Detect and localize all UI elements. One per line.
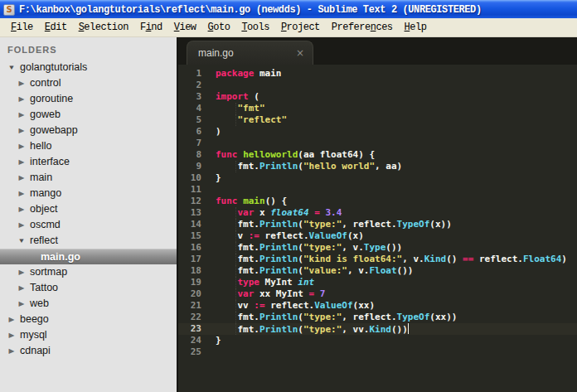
- triangle-down-icon[interactable]: ▼: [17, 234, 27, 248]
- code-line-25[interactable]: 25: [178, 346, 577, 358]
- text-cursor: [408, 323, 410, 334]
- menu-file[interactable]: File: [5, 18, 39, 36]
- code-line-20[interactable]: 20 var xx MyInt = 7: [178, 288, 577, 300]
- folder-item-main[interactable]: ▶main: [0, 170, 177, 186]
- code-line-12[interactable]: 12func main() {: [178, 196, 577, 207]
- line-number: 20: [178, 288, 201, 300]
- code-line-18[interactable]: 18 fmt.Println("value:", v.Float()): [178, 265, 577, 277]
- tree-item-label: control: [30, 75, 61, 91]
- line-number: 1: [178, 68, 201, 80]
- tree-item-label: hello: [30, 138, 51, 154]
- title-bar[interactable]: S F:\kanbox\golangtutorials\reflect\main…: [0, 0, 577, 18]
- code-line-1[interactable]: 1package main: [178, 68, 577, 80]
- triangle-right-icon[interactable]: ▶: [7, 328, 17, 342]
- triangle-right-icon[interactable]: ▶: [17, 155, 27, 169]
- line-number: 21: [178, 300, 201, 312]
- triangle-right-icon[interactable]: ▶: [17, 281, 27, 295]
- menu-preferences[interactable]: Preferences: [326, 18, 399, 36]
- tree-item-label: sortmap: [30, 264, 67, 280]
- code-line-3[interactable]: 3import (: [178, 91, 577, 103]
- indent-guide: [235, 230, 236, 242]
- code-line-24[interactable]: 24}: [178, 335, 577, 346]
- code-line-7[interactable]: 7: [178, 138, 577, 149]
- code-line-13[interactable]: 13 var x float64 = 3.4: [178, 207, 577, 219]
- folder-item-gowebapp[interactable]: ▶gowebapp: [0, 123, 177, 138]
- line-number: 24: [178, 335, 201, 346]
- folder-item-goweb[interactable]: ▶goweb: [0, 107, 177, 123]
- code-area[interactable]: 1package main23import (4 "fmt"5 "reflect…: [178, 65, 577, 392]
- code-line-17[interactable]: 17 fmt.Println("kind is float64:", v.Kin…: [178, 254, 577, 265]
- code-line-19[interactable]: 19 type MyInt int: [178, 277, 577, 288]
- menu-tools[interactable]: Tools: [235, 18, 275, 36]
- folder-item-tattoo[interactable]: ▶Tattoo: [0, 280, 177, 296]
- file-item-main.go[interactable]: main.go: [0, 249, 177, 264]
- code-line-8[interactable]: 8func helloworld(aa float64) {: [178, 149, 577, 161]
- folder-item-interface[interactable]: ▶interface: [0, 154, 177, 170]
- indent-guide: [235, 161, 236, 172]
- code-line-2[interactable]: 2: [178, 80, 577, 91]
- menu-help[interactable]: Help: [399, 18, 433, 36]
- code-line-23[interactable]: 23 fmt.Println("type:", vv.Kind()): [178, 323, 577, 335]
- code-line-6[interactable]: 6): [178, 126, 577, 138]
- code-line-4[interactable]: 4 "fmt": [178, 103, 577, 114]
- line-number: 23: [178, 323, 201, 335]
- triangle-right-icon[interactable]: ▶: [17, 108, 27, 122]
- folder-item-goroutine[interactable]: ▶goroutine: [0, 91, 177, 107]
- triangle-down-icon[interactable]: ▼: [7, 60, 17, 75]
- folder-item-mysql[interactable]: ▶mysql: [0, 327, 177, 343]
- folder-item-sortmap[interactable]: ▶sortmap: [0, 264, 177, 280]
- menu-edit[interactable]: Edit: [39, 18, 73, 36]
- code-line-11[interactable]: 11: [178, 184, 577, 196]
- folder-item-golangtutorials[interactable]: ▼golangtutorials: [0, 60, 177, 75]
- code-line-10[interactable]: 10}: [178, 172, 577, 184]
- triangle-right-icon[interactable]: ▶: [17, 297, 27, 311]
- code-line-5[interactable]: 5 "reflect": [178, 114, 577, 126]
- code-text: "fmt": [216, 103, 265, 114]
- triangle-right-icon[interactable]: ▶: [17, 92, 27, 106]
- triangle-right-icon[interactable]: ▶: [7, 312, 17, 327]
- tree-item-label: goroutine: [30, 91, 73, 107]
- line-number: 18: [178, 265, 201, 277]
- code-line-16[interactable]: 16 fmt.Println("type:", v.Type()): [178, 242, 577, 254]
- triangle-right-icon[interactable]: ▶: [17, 76, 27, 90]
- tab-close-icon[interactable]: ×: [296, 48, 304, 58]
- folder-item-object[interactable]: ▶object: [0, 201, 177, 217]
- indent-guide: [235, 254, 236, 265]
- folder-item-mango[interactable]: ▶mango: [0, 186, 177, 201]
- tab-main-go[interactable]: main.go ×: [187, 41, 313, 65]
- code-text: func helloworld(aa float64) {: [216, 149, 375, 161]
- triangle-right-icon[interactable]: ▶: [17, 186, 27, 201]
- triangle-right-icon[interactable]: ▶: [17, 171, 27, 185]
- folder-item-beego[interactable]: ▶beego: [0, 312, 177, 327]
- folder-item-control[interactable]: ▶control: [0, 75, 177, 91]
- code-line-9[interactable]: 9 fmt.Println("hello world", aa): [178, 161, 577, 172]
- menu-project[interactable]: Project: [275, 18, 326, 36]
- line-number: 19: [178, 277, 201, 288]
- triangle-right-icon[interactable]: ▶: [17, 139, 27, 153]
- code-line-14[interactable]: 14 fmt.Println("type:", reflect.TypeOf(x…: [178, 219, 577, 230]
- indent-guide: [235, 277, 236, 288]
- folder-item-web[interactable]: ▶web: [0, 296, 177, 312]
- code-text: var x float64 = 3.4: [216, 207, 342, 219]
- line-number: 2: [178, 80, 201, 91]
- triangle-right-icon[interactable]: ▶: [7, 344, 17, 358]
- indent-guide: [235, 323, 236, 335]
- menu-view[interactable]: View: [168, 18, 202, 36]
- code-text: fmt.Println("type:", reflect.TypeOf(x)): [216, 219, 452, 230]
- folder-item-oscmd[interactable]: ▶oscmd: [0, 217, 177, 233]
- code-line-15[interactable]: 15 v := reflect.ValueOf(x): [178, 230, 577, 242]
- menu-goto[interactable]: Goto: [202, 18, 236, 36]
- tree-item-label: main.go: [41, 249, 80, 265]
- triangle-right-icon[interactable]: ▶: [17, 218, 27, 232]
- folder-item-reflect[interactable]: ▼reflect: [0, 233, 177, 249]
- triangle-right-icon[interactable]: ▶: [17, 123, 27, 138]
- triangle-right-icon[interactable]: ▶: [17, 202, 27, 216]
- menu-find[interactable]: Find: [134, 18, 168, 36]
- code-line-22[interactable]: 22 fmt.Println("type:", reflect.TypeOf(x…: [178, 312, 577, 323]
- code-line-21[interactable]: 21 vv := reflect.ValueOf(xx): [178, 300, 577, 312]
- triangle-right-icon[interactable]: ▶: [17, 265, 27, 279]
- folder-item-cdnapi[interactable]: ▶cdnapi: [0, 343, 177, 359]
- menu-selection[interactable]: Selection: [73, 18, 134, 36]
- line-number: 7: [178, 138, 201, 149]
- folder-item-hello[interactable]: ▶hello: [0, 138, 177, 154]
